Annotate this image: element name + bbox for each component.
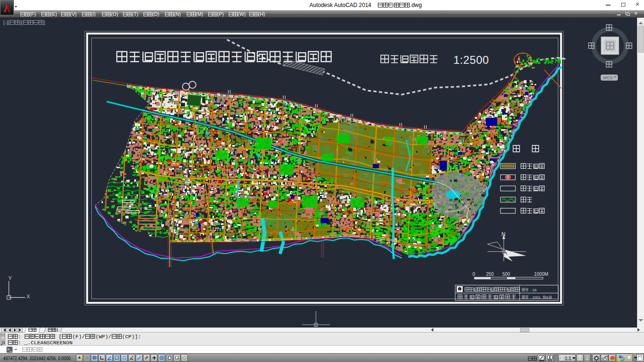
- svg-text:1:2500: 1:2500: [453, 54, 489, 66]
- svg-text:6: 6: [546, 295, 548, 300]
- svg-text:1:1: 1:1: [565, 356, 571, 361]
- svg-text:0: 0: [473, 272, 475, 277]
- svg-text:250: 250: [486, 272, 494, 277]
- svg-text:500: 500: [502, 272, 510, 277]
- svg-text:X: X: [27, 294, 30, 299]
- svg-text:: 2001: : 2001: [530, 295, 541, 300]
- svg-text:1000M: 1000M: [534, 272, 548, 277]
- svg-text:Y: Y: [8, 275, 12, 281]
- svg-text:WCS: WCS: [603, 75, 613, 80]
- svg-text:: 16: : 16: [530, 288, 537, 292]
